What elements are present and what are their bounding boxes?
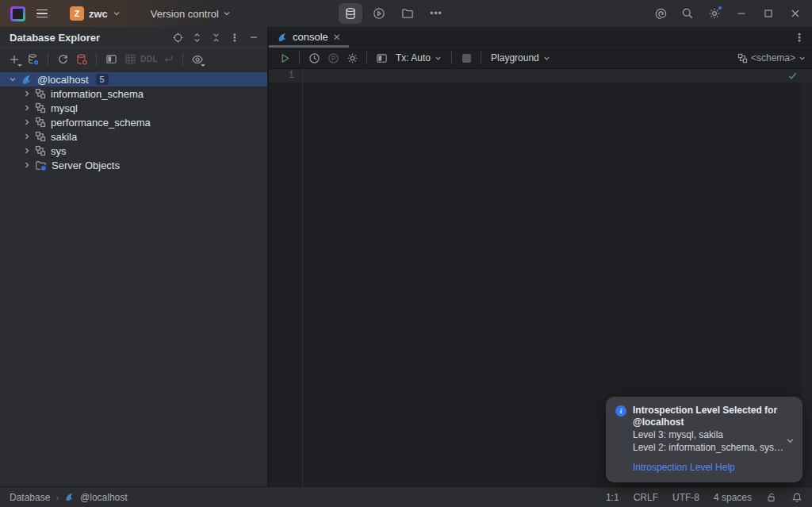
breadcrumb-root[interactable]: Database <box>10 492 50 503</box>
disconnect-button[interactable] <box>72 51 91 68</box>
inspections-ok-icon[interactable] <box>787 71 798 81</box>
jump-to-console-button[interactable] <box>159 51 178 68</box>
active-tab-indicator <box>269 45 349 48</box>
ai-assistant-button[interactable] <box>647 0 674 27</box>
close-icon <box>791 9 800 18</box>
introspection-notification[interactable]: i Introspection Level Selected for @loca… <box>606 397 802 482</box>
settings-button[interactable] <box>701 0 728 27</box>
in-editor-results-button[interactable] <box>372 49 391 67</box>
mysql-dolphin-icon <box>277 32 288 43</box>
tab-close-icon[interactable]: ✕ <box>333 33 341 42</box>
line-separator-widget[interactable]: CRLF <box>634 492 658 503</box>
view-data-button[interactable] <box>121 51 140 68</box>
datasource-properties-button[interactable] <box>24 51 43 68</box>
unlocked-padlock-icon[interactable] <box>766 492 777 503</box>
execute-button[interactable] <box>275 49 294 67</box>
project-files-button[interactable] <box>396 3 419 24</box>
search-icon <box>681 7 694 20</box>
dropdown-arrow <box>201 64 205 67</box>
editor-scrollbar-track[interactable] <box>802 69 812 486</box>
play-icon <box>279 52 291 64</box>
query-history-button[interactable] <box>304 49 324 67</box>
view-options-button[interactable] <box>188 51 207 68</box>
indent-widget[interactable]: 4 spaces <box>714 492 752 503</box>
settings-notification-dot <box>718 6 722 10</box>
run-tool-button[interactable] <box>367 3 391 24</box>
caret-position-widget[interactable]: 1:1 <box>606 492 619 503</box>
execution-plan-button[interactable] <box>324 49 343 67</box>
schema-switcher[interactable]: <schema> <box>737 52 806 63</box>
dropdown-arrow <box>17 64 22 67</box>
kebab-menu-icon: ⋮ <box>230 32 240 44</box>
search-everywhere-button[interactable] <box>674 0 701 27</box>
playground-label: Playground <box>491 52 539 63</box>
version-control-widget[interactable]: Version control <box>146 6 236 22</box>
maximize-icon <box>764 9 773 18</box>
introspection-help-link[interactable]: Introspection Level Help <box>633 462 793 473</box>
tree-item-label: information_schema <box>51 88 144 100</box>
encoding-widget[interactable]: UTF-8 <box>672 492 699 503</box>
gear-icon <box>347 52 358 64</box>
ai-swirl-icon <box>654 7 668 21</box>
disconnect-database-icon <box>75 53 88 66</box>
tree-row-performance-schema[interactable]: performance_schema <box>0 115 267 129</box>
chevron-collapsed-icon[interactable] <box>21 90 33 98</box>
close-window-button[interactable] <box>782 0 809 27</box>
notifications-bell-icon[interactable] <box>791 492 802 503</box>
collapse-all-icon <box>211 33 221 43</box>
datagrip-logo-icon <box>10 6 25 21</box>
locate-object-button[interactable] <box>169 29 186 46</box>
tree-item-label: sakila <box>51 131 77 143</box>
more-tool-windows-button[interactable]: ••• <box>424 3 448 24</box>
locate-target-icon <box>172 32 184 44</box>
project-widget[interactable]: Z zwc <box>65 4 125 23</box>
expand-all-button[interactable] <box>188 29 205 46</box>
database-settings-icon <box>27 53 40 66</box>
tab-options-kebab-icon[interactable]: ⋮ <box>794 31 806 44</box>
tree-row-localhost[interactable]: @localhost 5 <box>0 72 267 86</box>
tab-console[interactable]: console ✕ <box>269 27 349 47</box>
editor-panel-icon <box>105 53 117 65</box>
schema-icon <box>737 53 748 63</box>
database-tool-button[interactable] <box>339 3 362 24</box>
chevron-collapsed-icon[interactable] <box>21 104 33 112</box>
tree-row-mysql[interactable]: mysql <box>0 101 267 115</box>
chevron-expanded-icon[interactable] <box>6 75 19 83</box>
clock-icon <box>308 52 320 64</box>
open-in-new-tab-button[interactable] <box>102 51 121 68</box>
breadcrumb: Database › @localhost <box>10 492 128 503</box>
chevron-collapsed-icon[interactable] <box>21 147 33 155</box>
generate-ddl-button[interactable]: DDL <box>140 51 159 68</box>
console-settings-button[interactable] <box>343 49 362 67</box>
minimize-button[interactable] <box>728 0 755 27</box>
tree-item-label: @localhost <box>37 74 89 86</box>
circled-p-icon <box>327 52 339 64</box>
stop-button[interactable] <box>457 49 476 67</box>
tree-row-sakila[interactable]: sakila <box>0 129 267 144</box>
ddl-label: DDL <box>140 55 158 63</box>
tree-row-sys[interactable]: sys <box>0 144 267 158</box>
title-bar: Z zwc Version control <box>0 0 812 27</box>
tx-mode-dropdown[interactable]: Tx: Auto <box>391 51 446 65</box>
expand-notification-chevron-icon[interactable] <box>786 436 795 445</box>
tree-row-information-schema[interactable]: information_schema <box>0 86 267 101</box>
status-bar: Database › @localhost 1:1 CRLF UTF-8 4 s… <box>0 486 812 507</box>
main-menu-button[interactable] <box>30 3 54 24</box>
maximize-button[interactable] <box>755 0 782 27</box>
playground-mode-dropdown[interactable]: Playground <box>486 51 555 65</box>
collapse-all-button[interactable] <box>207 29 224 46</box>
chevron-collapsed-icon[interactable] <box>21 161 33 169</box>
console-toolbar: Tx: Auto Playground <box>269 48 812 69</box>
breadcrumb-current[interactable]: @localhost <box>80 492 128 503</box>
refresh-button[interactable] <box>53 51 72 68</box>
new-datasource-button[interactable] <box>5 51 24 68</box>
minimize-icon <box>737 9 746 18</box>
panel-options-button[interactable]: ⋮ <box>226 29 243 46</box>
tree-row-server-objects[interactable]: Server Objects <box>0 158 267 172</box>
chevron-collapsed-icon[interactable] <box>21 118 33 126</box>
schema-count-badge: 5 <box>96 74 109 85</box>
expand-all-icon <box>192 33 202 43</box>
chevron-collapsed-icon[interactable] <box>21 133 33 140</box>
hide-panel-button[interactable] <box>245 29 262 46</box>
app-menu-button[interactable] <box>6 3 30 24</box>
